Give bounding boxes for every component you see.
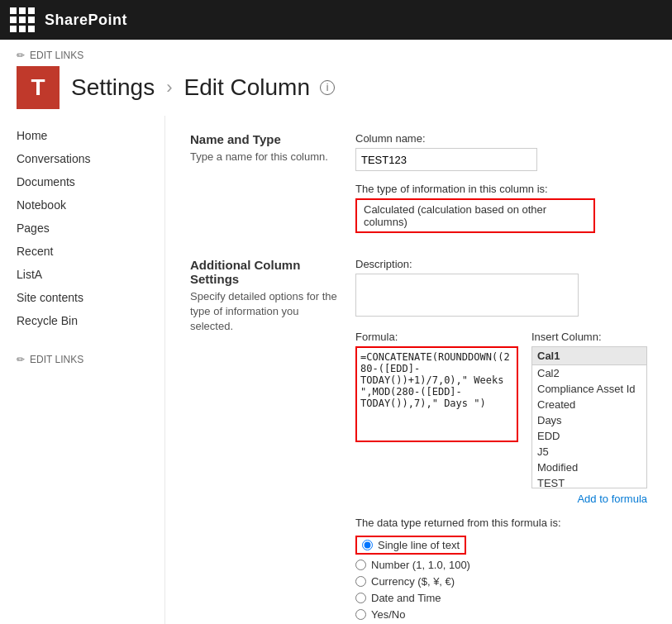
sidebar-item-site-contents[interactable]: Site contents <box>0 286 164 309</box>
radio-currency[interactable] <box>355 576 366 587</box>
topbar: SharePoint <box>0 0 672 40</box>
radio-date-time[interactable] <box>355 593 366 603</box>
pencil-icon: ✏ <box>17 50 25 61</box>
type-value-box: Calculated (calculation based on other c… <box>355 198 595 233</box>
sidebar-item-conversations-label: Conversations <box>17 152 91 165</box>
formula-col: Formula: =CONCATENATE(ROUNDDOWN((280-([E… <box>355 331 518 488</box>
sidebar-item-notebook[interactable]: Notebook <box>0 193 164 217</box>
insert-list-item-test[interactable]: TEST <box>532 475 646 488</box>
radio-option-currency: Currency ($, ¥, €) <box>355 575 647 588</box>
radio-selected-box: Single line of text <box>355 536 466 555</box>
name-and-type-section: Name and Type Type a name for this colum… <box>190 132 647 233</box>
description-textarea[interactable] <box>355 274 579 317</box>
sidebar-item-pages[interactable]: Pages <box>0 217 164 240</box>
radio-yes-no[interactable] <box>355 609 366 620</box>
insert-listbox-header: Cal1 <box>532 347 646 365</box>
insert-list-item-j5[interactable]: J5 <box>532 444 646 460</box>
info-icon[interactable]: i <box>320 80 335 95</box>
insert-list-item-cal2[interactable]: Cal2 <box>532 365 646 381</box>
additional-left: Additional Column Settings Specify detai… <box>190 258 355 624</box>
column-name-input[interactable] <box>355 148 537 171</box>
formula-textarea[interactable]: =CONCATENATE(ROUNDDOWN((280-([EDD]-TODAY… <box>355 346 518 442</box>
radio-number[interactable] <box>355 560 366 570</box>
sidebar-item-pages-label: Pages <box>17 221 50 235</box>
data-type-label: The data type returned from this formula… <box>355 517 647 529</box>
radio-single-line-label: Single line of text <box>378 539 460 551</box>
insert-list-item-created[interactable]: Created <box>532 397 646 412</box>
radio-date-time-label: Date and Time <box>371 592 441 604</box>
radio-option-date-time: Date and Time <box>355 592 647 604</box>
pencil-icon-sidebar: ✏ <box>17 354 25 365</box>
insert-list-item-compliance[interactable]: Compliance Asset Id <box>532 381 646 397</box>
apps-grid-icon[interactable] <box>10 7 35 32</box>
breadcrumb-settings: Settings <box>71 74 155 101</box>
name-type-left: Name and Type Type a name for this colum… <box>190 132 355 233</box>
main-content: Name and Type Type a name for this colum… <box>165 116 672 624</box>
radio-single-line[interactable] <box>362 540 373 550</box>
radio-option-single-line: Single line of text <box>355 536 647 555</box>
sidebar-item-documents-label: Documents <box>17 175 75 188</box>
additional-section-desc: Specify detailed options for the type of… <box>190 289 339 335</box>
insert-list-item-edd[interactable]: EDD <box>532 428 646 444</box>
name-type-section-desc: Type a name for this column. <box>190 150 339 164</box>
sidebar-item-home-label: Home <box>17 129 47 142</box>
additional-section-label: Additional Column Settings <box>190 258 339 286</box>
radio-number-label: Number (1, 1.0, 100) <box>371 559 470 571</box>
app-title: SharePoint <box>45 12 127 29</box>
sidebar-item-documents[interactable]: Documents <box>0 170 164 193</box>
radio-yes-no-label: Yes/No <box>371 608 405 621</box>
page-wrapper: ✏ EDIT LINKS T Settings › Edit Column i … <box>0 40 672 624</box>
breadcrumb-edit-column: Edit Column <box>184 74 311 101</box>
formula-row: Formula: =CONCATENATE(ROUNDDOWN((280-([E… <box>355 331 647 488</box>
radio-currency-label: Currency ($, ¥, €) <box>371 575 455 588</box>
name-type-right: Column name: The type of information in … <box>355 132 647 233</box>
sidebar-item-site-contents-label: Site contents <box>17 291 83 304</box>
sidebar-item-recent[interactable]: Recent <box>0 240 164 263</box>
sidebar-item-lista[interactable]: ListA <box>0 263 164 286</box>
insert-list-item-modified[interactable]: Modified <box>532 460 646 475</box>
sidebar: Home Conversations Documents Notebook Pa… <box>0 116 165 624</box>
name-type-section-label: Name and Type <box>190 132 339 146</box>
add-to-formula: Add to formula <box>355 492 647 505</box>
sidebar-item-lista-label: ListA <box>17 268 42 281</box>
insert-column-label: Insert Column: <box>531 331 647 343</box>
sidebar-item-notebook-label: Notebook <box>17 198 66 212</box>
sidebar-edit-links-label: EDIT LINKS <box>30 354 83 365</box>
sidebar-item-recent-label: Recent <box>17 245 53 258</box>
site-logo: T <box>17 66 60 109</box>
page-title: Settings › Edit Column i <box>71 74 335 101</box>
sidebar-edit-links[interactable]: ✏ EDIT LINKS <box>0 349 164 370</box>
insert-listbox[interactable]: Cal1 Cal2 Compliance Asset Id Created Da… <box>531 346 647 488</box>
formula-label: Formula: <box>355 331 518 343</box>
sidebar-item-home[interactable]: Home <box>0 124 164 147</box>
breadcrumb-title: T Settings › Edit Column i <box>17 66 655 109</box>
edit-links-top[interactable]: ✏ EDIT LINKS <box>17 50 655 61</box>
additional-settings-section: Additional Column Settings Specify detai… <box>190 250 647 624</box>
column-name-label: Column name: <box>355 132 647 145</box>
content-area: Home Conversations Documents Notebook Pa… <box>0 116 672 624</box>
edit-links-top-label: EDIT LINKS <box>30 50 83 61</box>
additional-form-layout: Additional Column Settings Specify detai… <box>190 258 647 624</box>
header-area: ✏ EDIT LINKS T Settings › Edit Column i <box>0 40 672 116</box>
sidebar-item-recycle-bin[interactable]: Recycle Bin <box>0 309 164 332</box>
insert-list-item-days[interactable]: Days <box>532 412 646 428</box>
insert-col: Insert Column: Cal1 Cal2 Compliance Asse… <box>531 331 647 488</box>
additional-right: Description: Formula: =CONCATENATE(ROUND… <box>355 258 647 624</box>
radio-option-yes-no: Yes/No <box>355 608 647 621</box>
breadcrumb-arrow: › <box>166 77 172 98</box>
add-to-formula-link[interactable]: Add to formula <box>577 493 647 505</box>
description-label: Description: <box>355 258 647 270</box>
data-type-section: The data type returned from this formula… <box>355 517 647 621</box>
type-info-label: The type of information in this column i… <box>355 183 647 195</box>
sidebar-item-recycle-bin-label: Recycle Bin <box>17 314 78 327</box>
sidebar-item-conversations[interactable]: Conversations <box>0 147 164 170</box>
radio-option-number: Number (1, 1.0, 100) <box>355 559 647 571</box>
